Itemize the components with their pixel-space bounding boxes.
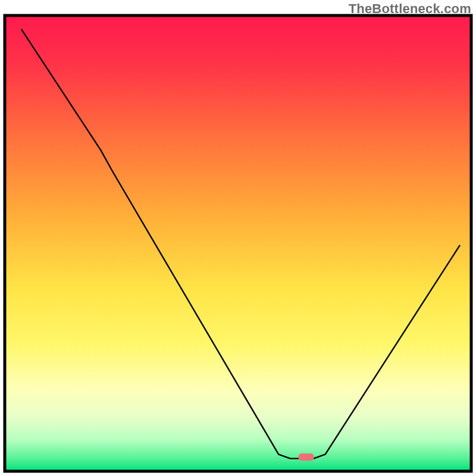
trough-marker xyxy=(299,453,314,461)
chart-stage: TheBottleneck.com xyxy=(0,0,476,476)
plot-area xyxy=(5,15,471,471)
plot-background xyxy=(5,15,471,471)
watermark-label: TheBottleneck.com xyxy=(349,1,471,17)
bottleneck-chart xyxy=(0,0,476,476)
